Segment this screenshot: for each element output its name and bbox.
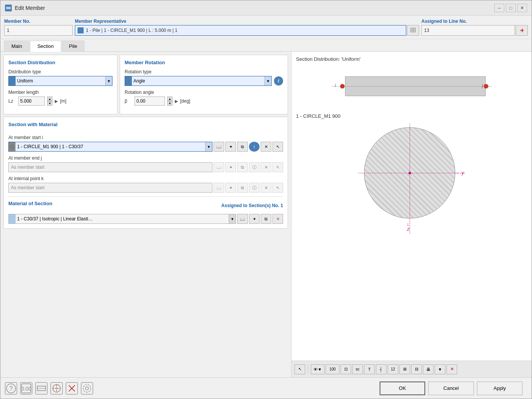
at-end-star[interactable]: ✦	[225, 162, 236, 172]
at-start-pick[interactable]: ↖	[272, 142, 283, 152]
at-start-book[interactable]: 📖	[214, 142, 224, 152]
at-end-label: At member end j	[8, 155, 283, 161]
rtb-print-menu[interactable]: ▼	[435, 364, 445, 374]
at-internal-info[interactable]: ⓘ	[249, 183, 260, 193]
dist-type-color	[9, 76, 16, 86]
axis-down-arrow: ↓	[407, 221, 409, 227]
rtb-view-menu[interactable]: 👁▼	[311, 364, 325, 374]
dist-type-select[interactable]: Uniform ▼	[8, 76, 112, 86]
ok-button[interactable]: OK	[380, 382, 425, 395]
at-end-row: As member start 📖 ✦ ⧉ ⓘ ✕ ↖	[8, 162, 283, 172]
material-copy[interactable]: ⧉	[261, 214, 271, 224]
beta-down[interactable]: ▼	[167, 101, 173, 106]
delete-button[interactable]	[66, 382, 78, 394]
cross-section-button[interactable]	[51, 382, 63, 394]
lz-up[interactable]: ▲	[47, 97, 52, 101]
representative-input-row: 1 - Pile | 1 - CIRCLE_M1 900 | L : 5.000…	[75, 25, 419, 36]
axis-center-dot	[408, 172, 411, 174]
rtb-100[interactable]: 100	[326, 364, 339, 374]
rtb-line[interactable]: ┤	[376, 364, 386, 374]
lz-down[interactable]: ▼	[47, 101, 52, 106]
bottom-icons-group: ? 0.00	[5, 382, 380, 394]
lz-input[interactable]: 5.000	[18, 97, 45, 106]
material-select[interactable]: 1 - C30/37 | Isotropic | Linear Elasti… …	[8, 214, 236, 224]
cancel-button[interactable]: Cancel	[428, 382, 474, 395]
at-internal-delete[interactable]: ✕	[261, 183, 271, 193]
tab-pile[interactable]: Pile	[62, 41, 85, 51]
representative-label: Member Representative	[75, 19, 419, 24]
tab-section[interactable]: Section	[30, 41, 61, 52]
representative-picker-button[interactable]	[407, 25, 419, 36]
material-delete[interactable]: ✕	[272, 214, 283, 224]
rtb-scale[interactable]: sc	[352, 364, 363, 374]
at-start-info[interactable]: i	[249, 142, 260, 152]
section-material-title-row: Section with Material	[8, 122, 283, 131]
at-end-book[interactable]: 📖	[214, 162, 224, 172]
rtb-frame[interactable]: ⊡	[340, 364, 351, 374]
svg-text:?: ?	[10, 385, 13, 392]
member-view-button[interactable]	[35, 382, 48, 394]
rtb-print[interactable]: 🖶	[423, 364, 434, 374]
assigned-action-button[interactable]	[516, 25, 528, 36]
at-end-select[interactable]: As member start	[8, 162, 212, 172]
rotation-type-select[interactable]: Angle ▼	[125, 76, 272, 86]
at-end-copy[interactable]: ⧉	[237, 162, 248, 172]
at-end-pick[interactable]: ↖	[272, 162, 283, 172]
member-no-input[interactable]: 1	[4, 25, 73, 36]
assigned-input-row: 13	[421, 25, 528, 36]
dist-type-arrow: ▼	[105, 76, 112, 86]
rtb-table[interactable]: ⊞	[399, 364, 410, 374]
assigned-input[interactable]: 13	[421, 25, 515, 36]
maximize-button[interactable]: □	[506, 4, 516, 12]
window-title: Edit Member	[15, 5, 45, 11]
rtb-grid[interactable]: ⊟	[411, 364, 422, 374]
beta-up[interactable]: ▲	[167, 97, 173, 101]
assigned-section-label: Assigned to Section(s) No. 1	[221, 203, 283, 208]
lz-label: Lz	[8, 98, 16, 104]
minimize-button[interactable]: ─	[494, 4, 504, 12]
at-start-copy[interactable]: ⧉	[237, 142, 248, 152]
rotation-info-button[interactable]: i	[274, 76, 283, 86]
material-section: Material of Section Assigned to Section(…	[8, 196, 283, 224]
material-star[interactable]: ✦	[249, 214, 260, 224]
rtb-12[interactable]: 12	[388, 364, 398, 374]
title-bar: Edit Member ─ □ ✕	[0, 0, 532, 16]
rtb-select[interactable]: ↖	[294, 364, 305, 374]
at-start-select[interactable]: 1 - CIRCLE_M1 900 | 1 - C30/37 ▼	[8, 142, 212, 152]
beta-input[interactable]: 0.00	[135, 97, 165, 106]
right-panel: Section Distribution: 'Uniform' i j 1 - …	[291, 52, 532, 377]
rtb-text[interactable]: T	[364, 364, 375, 374]
at-internal-copy[interactable]: ⧉	[237, 183, 248, 193]
close-button[interactable]: ✕	[517, 4, 527, 12]
material-book[interactable]: 📖	[237, 214, 248, 224]
at-internal-select[interactable]: As member start	[8, 183, 212, 193]
rotation-type-color	[125, 76, 132, 86]
svg-text:0.00: 0.00	[21, 386, 31, 392]
axis-horizontal	[358, 173, 465, 173]
at-start-delete[interactable]: ✕	[261, 142, 271, 152]
member-no-field: Member No. 1	[4, 19, 73, 36]
header-fields: Member No. 1 Member Representative 1 - P…	[0, 16, 532, 39]
section-distribution-box: Section Distribution Distribution type U…	[3, 55, 117, 114]
beam-center-line	[332, 86, 491, 87]
representative-input[interactable]: 1 - Pile | 1 - CIRCLE_M1 900 | L : 5.000…	[75, 25, 406, 36]
at-start-star[interactable]: ✦	[225, 142, 236, 152]
tab-bar: Main Section Pile	[0, 39, 532, 52]
rtb-close-x[interactable]: ✕	[446, 364, 457, 374]
tab-main[interactable]: Main	[4, 41, 29, 51]
at-internal-pick[interactable]: ↖	[272, 183, 283, 193]
at-internal-book[interactable]: 📖	[214, 183, 224, 193]
at-end-info[interactable]: ⓘ	[249, 162, 260, 172]
settings-button[interactable]	[81, 382, 93, 394]
dist-type-group: Distribution type Uniform ▼	[8, 69, 112, 86]
window-controls: ─ □ ✕	[494, 4, 527, 12]
material-title: Material of Section	[8, 201, 52, 206]
info2-button[interactable]: 0.00	[20, 382, 32, 394]
svg-point-19	[86, 387, 89, 390]
at-internal-star[interactable]: ✦	[225, 183, 236, 193]
lz-arrow: ▶	[55, 99, 58, 104]
axis-y-label: y	[462, 170, 464, 176]
help-button[interactable]: ?	[5, 382, 17, 394]
apply-button[interactable]: Apply	[477, 382, 522, 395]
at-end-delete[interactable]: ✕	[261, 162, 271, 172]
